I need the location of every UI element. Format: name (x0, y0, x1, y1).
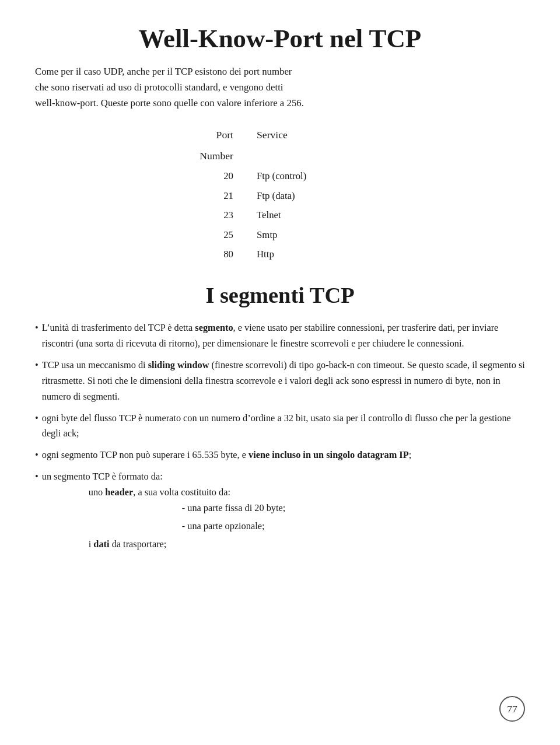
bullets-section: • L’unità di trasferimento del TCP è det… (35, 320, 525, 555)
port-80: 80 (187, 244, 257, 264)
page-title: Well-Know-Port nel TCP (35, 23, 525, 55)
bullet-5: • un segmento TCP è formato da: uno head… (35, 469, 525, 555)
bullet-3: • ogni byte del flusso TCP è numerato co… (35, 411, 525, 442)
port-20: 20 (187, 166, 257, 186)
sub-item-data: i dati da trasportare; (42, 537, 525, 552)
bullet-dot-4: • (35, 447, 38, 463)
bullet-4: • ogni segmento TCP non può superare i 6… (35, 447, 525, 463)
sub-sub-item-fixed: - una parte fissa di 20 byte; (89, 501, 525, 516)
section2-title: I segmenti TCP (35, 282, 525, 309)
page-number: 77 (499, 696, 525, 722)
bullet-2: • TCP usa un meccanismo di sliding windo… (35, 358, 525, 405)
service-col-header: Service (257, 125, 373, 166)
bullet-3-text: ogni byte del flusso TCP è numerato con … (42, 411, 525, 442)
intro-paragraph: Come per il caso UDP, anche per il TCP e… (35, 64, 525, 111)
bullet-dot-2: • (35, 358, 38, 373)
bullet-1: • L’unità di trasferimento del TCP è det… (35, 320, 525, 352)
port-table: Port Number Service 20 Ftp (control) 21 … (35, 125, 525, 264)
bullet-dot-5: • (35, 469, 38, 485)
service-smtp: Smtp (257, 225, 373, 245)
port-21: 21 (187, 186, 257, 206)
port-col-header: Port Number (187, 125, 257, 166)
service-http: Http (257, 244, 373, 264)
bullet-dot-1: • (35, 320, 38, 336)
bullet-4-text: ogni segmento TCP non può superare i 65.… (42, 447, 525, 463)
bullet-dot-3: • (35, 411, 38, 426)
bullet-5-text: un segmento TCP è formato da: uno header… (42, 469, 525, 555)
port-25: 25 (187, 225, 257, 245)
bullet-1-text: L’unità di trasferimento del TCP è detta… (42, 320, 525, 352)
service-ftp-control: Ftp (control) (257, 166, 373, 186)
sub-sub-item-optional: - una parte opzionale; (89, 519, 525, 534)
service-ftp-data: Ftp (data) (257, 186, 373, 206)
port-23: 23 (187, 205, 257, 225)
sub-item-header: uno header, a sua volta costituito da: -… (42, 485, 525, 534)
service-telnet: Telnet (257, 205, 373, 225)
bullet-2-text: TCP usa un meccanismo di sliding window … (42, 358, 525, 405)
